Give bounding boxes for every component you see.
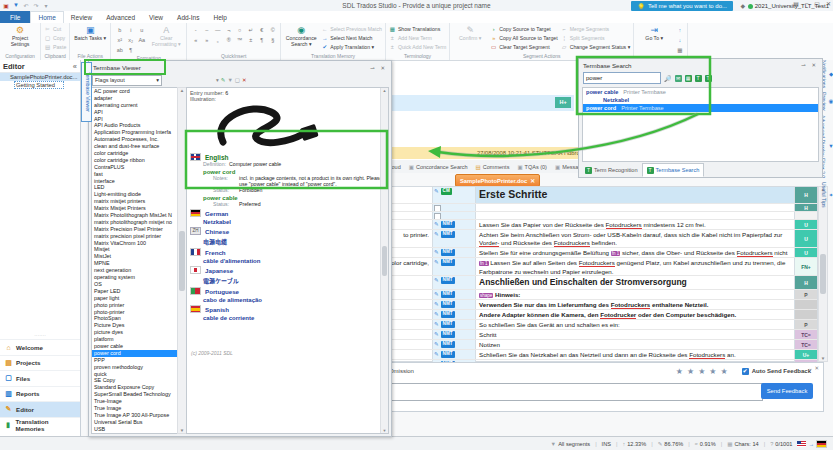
- edit-entry-icon[interactable]: ✎: [221, 77, 226, 83]
- termbase-grid-icon[interactable]: ▦: [685, 75, 692, 82]
- search-result-row[interactable]: power cordPrinter Termbase: [583, 104, 818, 112]
- sidebar-item-projects[interactable]: ▤Projects: [0, 355, 80, 371]
- term-list-item[interactable]: Standard Exposure Copy: [92, 384, 178, 391]
- ribbon-tab-help[interactable]: Help: [206, 11, 233, 23]
- side-tab-useful-tips[interactable]: ✦Useful Tips: [821, 182, 833, 208]
- term-list-item[interactable]: True Image: [92, 405, 178, 412]
- clear-target-segment-button[interactable]: ▭Clear Target Segment: [490, 43, 557, 51]
- quick-icon-button[interactable]: —: [212, 25, 223, 35]
- quick-add-new-term-button[interactable]: ±Quick Add New Term: [389, 43, 446, 51]
- panel-pin-close-icons[interactable]: ⊸ ✕: [801, 62, 818, 68]
- quick-icon-button[interactable]: ¶: [256, 35, 267, 45]
- term-list-item[interactable]: power cable: [92, 343, 178, 350]
- quick-icon-button[interactable]: u: [136, 25, 147, 35]
- quick-icon-button[interactable]: »: [201, 35, 212, 45]
- project-settings-button[interactable]: ⚙Project Settings: [3, 24, 37, 47]
- quick-icon-button[interactable]: ©: [267, 25, 278, 35]
- term-list-item[interactable]: Picture Dyes: [92, 322, 178, 329]
- term-list-item[interactable]: API Audio Products: [92, 122, 178, 129]
- term-list-item[interactable]: LED: [92, 184, 178, 191]
- quick-icon-button[interactable]: i: [125, 25, 136, 35]
- term-list-item[interactable]: MPNE: [92, 260, 178, 267]
- select-previous-match-button[interactable]: ←Select Previous Match: [321, 25, 382, 33]
- change-segment-status-button[interactable]: ▱Change Segment Status ▾: [561, 43, 631, 51]
- ribbon-tab-addins[interactable]: Add-Ins: [170, 11, 206, 23]
- entry-combo-icon[interactable]: ▾: [216, 77, 219, 83]
- target-cell[interactable]: Stellen Sie für eine ordnungsgemäße Belü…: [476, 248, 794, 257]
- term-list-item[interactable]: matrix photolithograph mistjet no: [92, 219, 178, 226]
- term-list-item[interactable]: USB: [92, 426, 178, 433]
- ribbon-tab-file[interactable]: File: [0, 11, 30, 23]
- auto-send-checkbox[interactable]: ✔Auto Send Feedback: [742, 368, 811, 375]
- copy-all-source-to-target-button[interactable]: »Copy All Source to Target: [490, 34, 557, 42]
- panel-tab-term-recognition[interactable]: TTerm Recognition: [581, 163, 642, 177]
- term-list-item[interactable]: matrix mistjet printers: [92, 198, 178, 205]
- term-list-item[interactable]: Light-emitting diode: [92, 191, 178, 198]
- term-list-item[interactable]: Matrix Precision Pixel Printer: [92, 226, 178, 233]
- tell-me-box[interactable]: 💡Tell me what you want to do...: [631, 1, 733, 11]
- target-cell[interactable]: Andere Adapter können die Kamera, den Fo…: [476, 310, 794, 319]
- quick-icon-button[interactable]: «: [190, 35, 201, 45]
- target-cell[interactable]: [476, 212, 794, 219]
- term-list-item[interactable]: photo printer: [92, 302, 178, 309]
- sidebar-item-welcome[interactable]: ⌂Welcome: [0, 339, 80, 355]
- term-list-item[interactable]: USB cable: [92, 433, 178, 434]
- scroll-down-icon[interactable]: ▼: [821, 356, 825, 361]
- delete-entry-icon[interactable]: ✕: [242, 77, 247, 83]
- term-list-item[interactable]: PhotoSpan: [92, 315, 178, 322]
- send-feedback-button[interactable]: Send Feedback: [761, 383, 813, 399]
- target-cell[interactable]: Achten Sie beim Anschließen von Strom- o…: [476, 230, 794, 247]
- term-list-item[interactable]: picture dyes: [92, 329, 178, 336]
- target-cell[interactable]: Lassen Sie das Papier von der Rückseite …: [476, 220, 794, 229]
- panel-tab-termbase-search[interactable]: TTermbase Search: [642, 163, 705, 177]
- term-list-item[interactable]: operating system: [92, 274, 178, 281]
- term-list-item[interactable]: color cartridge ribbon: [92, 157, 178, 164]
- term-list-item[interactable]: Matrix Mistjet Printers: [92, 205, 178, 212]
- account-badge[interactable]: 2021_University_TLT_Test1: [748, 1, 829, 11]
- quick-icon-button[interactable]: b: [114, 25, 125, 35]
- termbase-add-icon[interactable]: T: [695, 75, 702, 82]
- termbase-search-input[interactable]: power: [583, 72, 661, 84]
- target-cell[interactable]: Erste Schritte: [476, 187, 794, 203]
- term-list-item[interactable]: power cord: [92, 350, 178, 357]
- termbase-viewer-vertical-tab[interactable]: Termbase Viewer: [81, 62, 92, 122]
- target-cell[interactable]: Anschließen und Einschalten der Stromver…: [476, 276, 794, 289]
- sidebar-item-files[interactable]: ▢Files: [0, 370, 80, 386]
- search-result-row[interactable]: power cablePrinter Termbase: [583, 88, 818, 96]
- term-list-item[interactable]: Application Programming Interfa: [92, 129, 178, 136]
- term-list-item[interactable]: Universal Serial Bus: [92, 419, 178, 426]
- target-cell[interactable]: fn 1 Lassen Sie auf allen Seiten des Fot…: [476, 258, 794, 275]
- term-list-item[interactable]: next generation: [92, 267, 178, 274]
- apply-translation-button[interactable]: ✔Apply Translation ▾: [321, 43, 382, 51]
- go-to-button[interactable]: ⇥Go To ▾: [637, 24, 671, 42]
- quick-icon-button[interactable]: –: [201, 25, 212, 35]
- batch-tasks-button[interactable]: ▣Batch Tasks ▾: [73, 24, 107, 42]
- target-cell[interactable]: Verwenden Sie nur das im Lieferumfang de…: [476, 300, 794, 309]
- term-list-item[interactable]: API: [92, 116, 178, 123]
- term-list-item[interactable]: API: [92, 109, 178, 116]
- term-list-item[interactable]: photo-printer: [92, 309, 178, 316]
- add-new-term-button[interactable]: ±Add New Term: [389, 34, 446, 42]
- tree-item-getting-started[interactable]: Getting Started: [14, 81, 64, 89]
- ribbon-tab-review[interactable]: Review: [64, 11, 99, 23]
- term-list-item[interactable]: proven methodology: [92, 364, 178, 371]
- layout-combo[interactable]: Flags layout▾: [92, 75, 162, 86]
- term-list-item[interactable]: Matrix VitaChrom 100: [92, 240, 178, 247]
- quick-icon-button[interactable]: ®: [223, 35, 234, 45]
- entry-term[interactable]: Netzkabel: [203, 219, 388, 225]
- term-list-item[interactable]: paper light: [92, 295, 178, 302]
- term-list-item[interactable]: OS: [92, 281, 178, 288]
- results-tab-concordance-search[interactable]: ▣Concordance Search: [405, 160, 472, 173]
- save-entry-icon[interactable]: ▼: [227, 77, 232, 83]
- term-list-item[interactable]: AC power cord: [92, 88, 178, 95]
- quick-icon-button[interactable]: „: [212, 35, 223, 45]
- target-cell[interactable]: shape Hinweis:: [476, 290, 794, 299]
- termbase-view-icon[interactable]: T: [705, 75, 712, 82]
- entry-term[interactable]: cabo de alimentação: [203, 297, 388, 303]
- quick-icon-button[interactable]: ↑: [674, 25, 685, 35]
- copy-entry-icon[interactable]: ▢: [235, 77, 240, 83]
- paste-button[interactable]: ▤Paste: [44, 43, 66, 51]
- show-translations-button[interactable]: ▦Show Translations: [389, 25, 446, 33]
- feedback-pane-controls[interactable]: ⌄ ✕: [808, 365, 819, 371]
- ribbon-tab-view[interactable]: View: [142, 11, 170, 23]
